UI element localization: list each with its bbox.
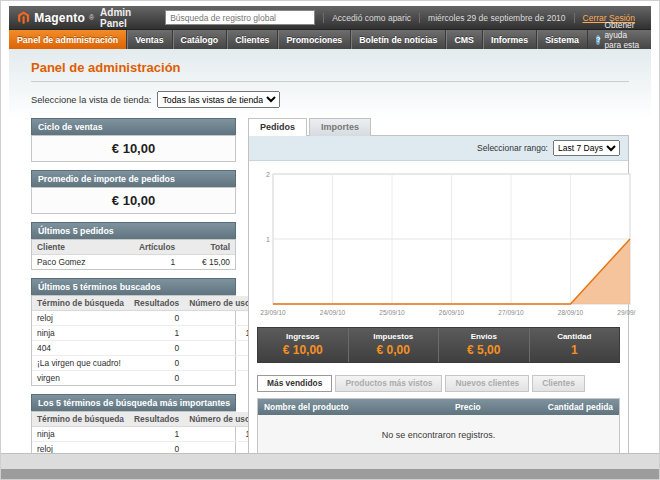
nav-item[interactable]: Informes	[483, 30, 537, 49]
nav-item[interactable]: Boletín de noticias	[351, 30, 446, 49]
table-row[interactable]: ninja110	[32, 427, 260, 442]
table-cell: reloj	[32, 311, 129, 326]
bottom-tab[interactable]: Clientes	[532, 375, 585, 392]
mini-table: Término de búsquedaResultadosNúmero de u…	[32, 412, 260, 453]
stat: Impuestos€ 0,00	[348, 328, 439, 362]
nav-item[interactable]: Panel de administración	[9, 30, 127, 49]
store-view-select[interactable]: Todas las vistas de tienda	[157, 91, 280, 108]
top-search-terms-title: Los 5 términos de búsqueda más important…	[31, 394, 236, 411]
stat: Cantidad1	[529, 328, 620, 362]
tab-active[interactable]: Pedidos	[248, 118, 307, 136]
table-cell: 0	[129, 356, 184, 371]
column-header: Resultados	[129, 412, 184, 427]
table-row[interactable]: reloj02	[32, 311, 260, 326]
svg-text:29/09/10: 29/09/10	[617, 309, 636, 316]
nav-item[interactable]: Sistema	[537, 30, 588, 49]
column-header: Total	[180, 240, 235, 255]
page-help-link[interactable]: ? Obtener ayuda para esta página	[588, 30, 651, 49]
global-search-wrap	[157, 10, 323, 25]
nav-item[interactable]: Catálogo	[173, 30, 228, 49]
last-search-terms-table: Término de búsquedaResultadosNúmero de u…	[31, 295, 236, 386]
window-bottom-bar	[1, 469, 659, 479]
stat-value: € 5,00	[439, 343, 529, 357]
lifetime-sales-value: € 10,00	[32, 136, 235, 161]
products-empty-message: No se encontraron registros.	[258, 415, 619, 453]
last-orders-table: ClienteArtículosTotalPaco Gomez1€ 15,00	[31, 239, 236, 270]
column-header: Artículos	[134, 240, 180, 255]
column-header: Cliente	[32, 240, 134, 255]
products-table-head: Nombre del productoPrecioCantidad pedida	[258, 399, 619, 415]
table-cell: 1	[129, 326, 184, 341]
stats-row: Ingresos€ 10,00Impuestos€ 0,00Envíos€ 5,…	[257, 327, 620, 363]
mini-table: ClienteArtículosTotalPaco Gomez1€ 15,00	[32, 240, 235, 269]
table-cell: ninja	[32, 427, 129, 442]
magento-logo-icon	[17, 11, 30, 25]
stat-value: 1	[530, 343, 620, 357]
table-cell: reloj	[32, 442, 129, 454]
column-header: Resultados	[129, 296, 184, 311]
right-column: PedidosImportes Seleccionar rango: Last …	[248, 118, 629, 453]
stat-label: Ingresos	[258, 332, 348, 341]
bottom-tab[interactable]: Productos más vistos	[335, 375, 442, 392]
help-icon: ?	[596, 35, 601, 45]
stat-label: Impuestos	[349, 332, 439, 341]
nav-item[interactable]: Clientes	[227, 30, 278, 49]
svg-text:27/09/10: 27/09/10	[498, 309, 524, 316]
table-cell: 1	[134, 255, 180, 270]
range-select[interactable]: Last 7 Days	[553, 140, 620, 156]
main-nav: Panel de administraciónVentasCatálogoCli…	[9, 30, 651, 49]
table-row[interactable]: 40401	[32, 341, 260, 356]
table-row[interactable]: ¡La virgen que cuadro!02	[32, 356, 260, 371]
page-body: Magento® Admin Panel Accedió como aparic…	[1, 1, 659, 453]
tab-inactive[interactable]: Importes	[309, 118, 371, 136]
svg-text:24/09/10: 24/09/10	[320, 309, 346, 316]
table-cell: 404	[32, 341, 129, 356]
logo-registered-mark: ®	[89, 14, 94, 21]
logged-in-as: Accedió como aparic	[323, 13, 419, 23]
lifetime-sales-panel: Ciclo de ventas € 10,00	[31, 118, 236, 162]
table-cell: virgen	[32, 371, 129, 386]
stat-value: € 0,00	[349, 343, 439, 357]
top-search-terms-table: Término de búsquedaResultadosNúmero de u…	[31, 411, 236, 453]
svg-text:28/09/10: 28/09/10	[558, 309, 584, 316]
header-right: Accedió como aparic miércoles 29 de sept…	[157, 10, 643, 25]
store-view-label: Seleccione la vista de tienda:	[31, 95, 151, 105]
column-header: Término de búsqueda	[32, 296, 129, 311]
logo-subtitle: Admin Panel	[100, 7, 157, 29]
dashboard-columns: Ciclo de ventas € 10,00 Promedio de impo…	[31, 118, 629, 453]
nav-item[interactable]: CMS	[446, 30, 483, 49]
orders-chart-svg: 1223/09/1024/09/1025/09/1026/09/1027/09/…	[257, 168, 636, 318]
product-column-header: Precio	[449, 399, 527, 415]
svg-text:25/09/10: 25/09/10	[379, 309, 405, 316]
magento-admin-window: Magento® Admin Panel Accedió como aparic…	[0, 0, 660, 480]
logo-name: Magento	[34, 11, 85, 25]
stat-value: € 10,00	[258, 343, 348, 357]
global-search-input[interactable]	[165, 10, 315, 25]
bottom-tab[interactable]: Nuevos clientes	[445, 375, 529, 392]
table-row[interactable]: virgen01	[32, 371, 260, 386]
table-cell: 1	[129, 427, 184, 442]
orders-amounts-tabs: PedidosImportes	[248, 118, 629, 135]
svg-text:23/09/10: 23/09/10	[260, 309, 286, 316]
store-view-switcher: Seleccione la vista de tienda: Todas las…	[31, 91, 629, 108]
table-cell: ninja	[32, 326, 129, 341]
lifetime-sales-title: Ciclo de ventas	[31, 118, 236, 135]
last-search-terms-title: Últimos 5 términos buscados	[31, 278, 236, 295]
bottom-tab[interactable]: Más vendidos	[257, 375, 332, 392]
average-orders-title: Promedio de importe de pedidos	[31, 170, 236, 187]
nav-item[interactable]: Ventas	[127, 30, 172, 49]
page-title: Panel de administración	[31, 60, 629, 75]
range-selector-row: Seleccionar rango: Last 7 Days	[249, 136, 628, 161]
diagram-panel: Seleccionar rango: Last 7 Days 1223/09/1…	[248, 135, 629, 453]
stat-label: Cantidad	[530, 332, 620, 341]
table-cell: 0	[129, 341, 184, 356]
svg-text:2: 2	[266, 171, 270, 178]
product-column-header: Nombre del producto	[258, 399, 449, 415]
table-row[interactable]: Paco Gomez1€ 15,00	[32, 255, 235, 270]
nav-item[interactable]: Promociones	[278, 30, 351, 49]
magento-logo: Magento® Admin Panel	[17, 7, 157, 29]
dashboard-content: Panel de administración Seleccione la vi…	[9, 49, 651, 453]
table-row[interactable]: ninja110	[32, 326, 260, 341]
footer-strip	[1, 453, 659, 469]
table-row[interactable]: reloj02	[32, 442, 260, 454]
